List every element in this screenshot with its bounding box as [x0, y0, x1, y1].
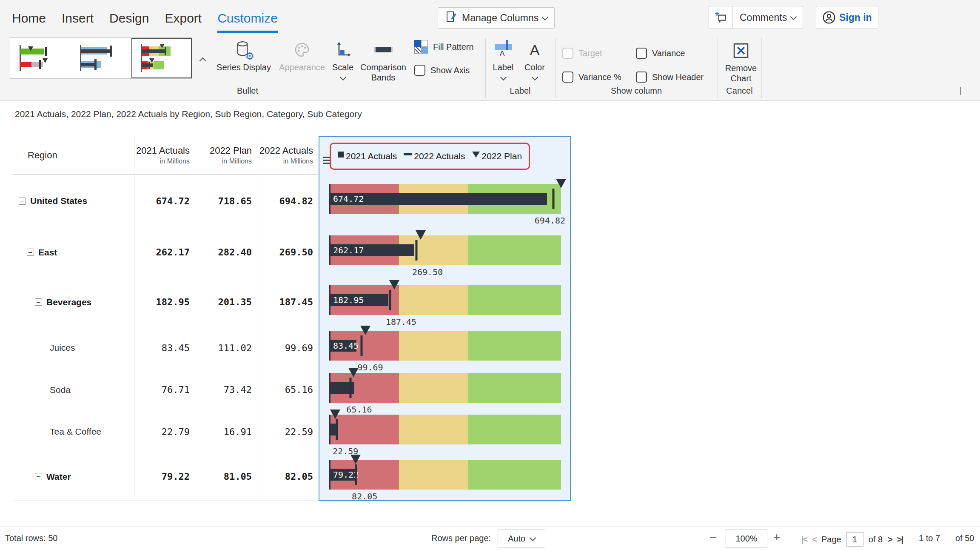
- axis-line: [329, 235, 330, 265]
- ribbon-collapse-button[interactable]: [960, 87, 961, 95]
- comparison-bands-button[interactable]: Comparison Bands: [358, 39, 409, 83]
- menu-insert[interactable]: Insert: [62, 11, 94, 33]
- collapse-row-button[interactable]: [27, 249, 34, 256]
- collapse-row-button[interactable]: [35, 298, 42, 306]
- bullet-chart-panel[interactable]: 2021 Actuals 2022 Actuals 2022 Plan 674.…: [319, 136, 571, 501]
- remove-chart-label: Remove Chart: [722, 63, 760, 83]
- database-gear-icon: ⚙: [236, 39, 251, 60]
- chevron-down-icon: [542, 14, 549, 20]
- remove-chart-button[interactable]: Remove Chart: [719, 40, 763, 83]
- collapse-row-button[interactable]: [19, 198, 26, 205]
- bullet-chart-row[interactable]: 83.4599.69: [319, 328, 570, 370]
- bullet-chart-row[interactable]: 79.2282.05: [319, 453, 570, 501]
- rows-per-page-select[interactable]: Auto: [498, 530, 545, 547]
- table-row[interactable]: Water79.2281.0582.05: [13, 453, 318, 501]
- series-display-label: Series Display: [217, 62, 271, 72]
- region-cell: United States: [13, 175, 134, 227]
- axis-line: [329, 415, 330, 444]
- bullet-label-icon: A: [495, 39, 512, 60]
- next-page-icon[interactable]: >: [888, 535, 892, 544]
- ribbon-separator: [761, 38, 762, 98]
- plan-2022-triangle-marker: [350, 455, 361, 464]
- bullet-band: 83.4599.69: [330, 331, 561, 361]
- chart-legend-highlighted[interactable]: 2021 Actuals 2022 Actuals 2022 Plan: [330, 143, 530, 170]
- gallery-collapse-button[interactable]: [196, 50, 209, 68]
- group-label-bullet: Bullet: [10, 86, 485, 96]
- zoom-in-button[interactable]: +: [773, 530, 780, 544]
- checkbox-icon[interactable]: [636, 72, 647, 83]
- report-title: 2021 Actuals, 2022 Plan, 2022 Actuals by…: [15, 109, 362, 119]
- table-row[interactable]: East262.17282.40269.50: [13, 227, 318, 277]
- menu-design[interactable]: Design: [109, 11, 149, 33]
- comparison-bands-icon: [373, 39, 393, 60]
- column-header-region[interactable]: Region: [13, 136, 134, 174]
- bullet-chart-rows: 674.72694.82262.17269.50182.95187.4583.4…: [319, 175, 570, 501]
- last-page-icon[interactable]: >|: [897, 535, 903, 544]
- collapse-row-button[interactable]: [35, 473, 42, 480]
- series-display-button[interactable]: ⚙ Series Display: [212, 39, 276, 72]
- green-band: [468, 235, 561, 265]
- value-cell: 22.79: [134, 411, 195, 453]
- previous-page-icon[interactable]: <: [812, 535, 816, 544]
- region-cell: East: [13, 227, 134, 277]
- column-divider: [134, 136, 134, 501]
- fill-pattern-button[interactable]: Fill Pattern: [414, 40, 474, 54]
- manage-columns-button[interactable]: Manage Columns: [438, 7, 555, 29]
- bullet-style-thumbnail-2[interactable]: [71, 38, 131, 78]
- bullet-chart-row[interactable]: 65.16: [319, 370, 570, 412]
- bullet-band: 182.95187.45: [330, 285, 561, 315]
- column-header-2022-plan[interactable]: 2022 Plan in Millions: [195, 136, 257, 174]
- table-row[interactable]: Beverages182.95201.35187.45: [13, 277, 318, 327]
- bullet-chart-row[interactable]: 674.72694.82: [319, 175, 570, 228]
- checkbox-icon[interactable]: [562, 72, 573, 83]
- user-icon: [822, 11, 836, 24]
- scale-axes-icon: [334, 39, 351, 60]
- bullet-chart-row[interactable]: 22.59: [319, 412, 570, 453]
- menu-export[interactable]: Export: [165, 11, 202, 33]
- table-row[interactable]: Juices83.45111.0299.69: [13, 327, 318, 369]
- page-number-input[interactable]: 1: [846, 532, 863, 547]
- column-header-2022-actuals[interactable]: 2022 Actuals in Millions: [257, 136, 318, 174]
- sign-in-button[interactable]: Sign in: [816, 6, 878, 29]
- first-page-icon[interactable]: |<: [801, 535, 807, 544]
- zoom-level-box[interactable]: 100%: [726, 530, 767, 547]
- table-row[interactable]: United States674.72718.65694.82: [13, 175, 318, 227]
- scale-button[interactable]: Scale: [330, 39, 356, 80]
- actual-2022-tick-marker: [416, 240, 418, 261]
- variance-pct-checkbox[interactable]: Variance %: [562, 72, 621, 83]
- show-header-checkbox[interactable]: Show Header: [636, 72, 704, 83]
- checkbox-icon: [562, 48, 573, 59]
- color-button[interactable]: A Color: [522, 39, 547, 80]
- table-row[interactable]: Tea & Coffee22.7916.9122.59: [13, 411, 318, 453]
- variance-pct-label: Variance %: [578, 72, 621, 82]
- checkbox-icon[interactable]: [414, 65, 425, 76]
- column-header-2021-actuals[interactable]: 2021 Actuals in Millions: [134, 136, 195, 174]
- edit-columns-icon: [445, 10, 458, 26]
- axis-line: [329, 184, 330, 214]
- checkbox-icon[interactable]: [636, 48, 647, 59]
- bullet-chart-row[interactable]: 262.17269.50: [319, 228, 570, 278]
- value-cell: 187.45: [257, 277, 318, 327]
- value-cell: 76.71: [134, 369, 195, 411]
- value-cell: 694.82: [257, 175, 318, 227]
- comments-dropdown[interactable]: Comments: [733, 12, 803, 23]
- bullet-style-thumbnail-1[interactable]: [10, 38, 71, 78]
- menu-customize[interactable]: Customize: [217, 11, 278, 33]
- add-comment-button[interactable]: [709, 6, 733, 29]
- variance-checkbox[interactable]: Variance: [636, 48, 685, 59]
- scale-label: Scale: [332, 62, 353, 72]
- bullet-chart-row[interactable]: 182.95187.45: [319, 278, 570, 328]
- bullet-style-thumbnail-3-selected[interactable]: [131, 38, 192, 78]
- actual-2022-tick-marker: [350, 378, 352, 398]
- group-label-cancel: Cancel: [718, 86, 761, 96]
- plan-2022-triangle-marker: [360, 326, 370, 335]
- green-band: [468, 415, 561, 444]
- plan-2022-triangle-marker: [389, 280, 399, 289]
- palette-icon: [293, 39, 311, 60]
- show-axis-checkbox[interactable]: Show Axis: [414, 65, 470, 76]
- table-row[interactable]: Soda76.7173.4265.16: [13, 369, 318, 411]
- label-button[interactable]: A Label: [490, 39, 516, 80]
- zoom-out-button[interactable]: −: [709, 530, 716, 544]
- bar-value-label: 83.45: [330, 341, 359, 351]
- menu-home[interactable]: Home: [12, 11, 46, 33]
